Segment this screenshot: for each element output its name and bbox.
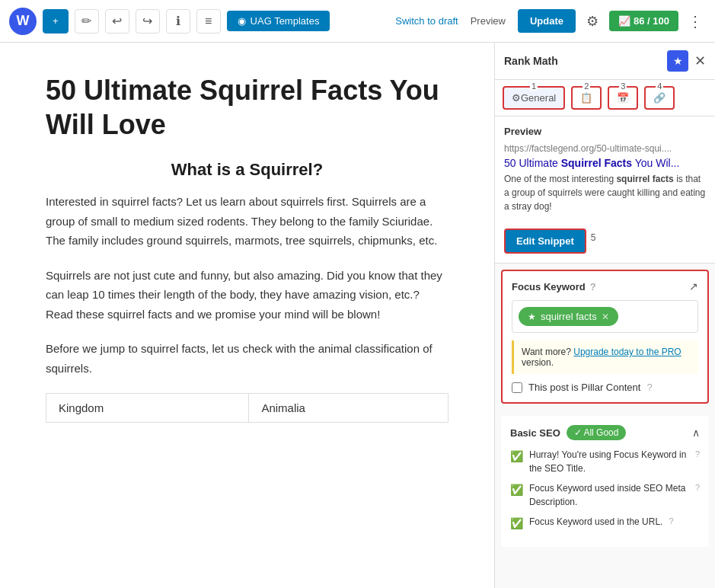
tab-num-2: 2	[583, 81, 590, 91]
basic-seo-label: Basic SEO	[510, 427, 560, 439]
preview-title-part1: 50 Ultimate	[504, 157, 561, 169]
sidebar-header-icons: ★ ✕	[667, 50, 706, 72]
tab-4[interactable]: 4 🔗	[644, 86, 675, 110]
seo-item-2: ✅ Focus Keyword used inside SEO Meta Des…	[510, 481, 700, 509]
editor-area[interactable]: 50 Ultimate Squirrel Facts You Will Love…	[0, 43, 494, 588]
add-button[interactable]: +	[43, 9, 69, 34]
general-icon: ⚙	[512, 92, 521, 104]
list-icon[interactable]: ≡	[196, 9, 221, 34]
wp-logo-icon[interactable]: W	[9, 8, 37, 35]
upgrade-text: Want more?	[522, 347, 571, 357]
seo-item-3-text: Focus Keyword used in the URL.	[529, 515, 662, 529]
table-row: Kingdom Animalia	[46, 394, 448, 423]
seo-item-1: ✅ Hurray! You're using Focus Keyword in …	[510, 448, 700, 475]
section-heading[interactable]: What is a Squirrel?	[46, 160, 448, 180]
keyword-text: squirrel facts	[541, 311, 597, 322]
info-icon[interactable]: ℹ	[166, 9, 190, 34]
paragraph-2[interactable]: Squirrels are not just cute and funny, b…	[46, 266, 448, 324]
paragraph-1[interactable]: Interested in squirrel facts? Let us lea…	[46, 192, 448, 251]
edit-snippet-button[interactable]: Edit Snippet	[504, 228, 586, 254]
check-icon-1: ✅	[510, 449, 523, 465]
focus-keyword-header: Focus Keyword ? ↗	[512, 280, 698, 292]
pillar-content-label: This post is Pillar Content	[528, 382, 640, 393]
undo-icon[interactable]: ↩	[105, 9, 129, 34]
score-button[interactable]: 📈 86 / 100	[609, 11, 678, 31]
pillar-content-row: This post is Pillar Content ?	[512, 382, 698, 393]
sidebar-header: Rank Math ★ ✕	[495, 43, 715, 80]
score-icon: 📈	[618, 15, 630, 27]
tab-num-4: 4	[656, 81, 663, 91]
preview-url: https://factslegend.org/50-ultimate-squi…	[504, 143, 706, 154]
focus-keyword-label: Focus Keyword ?	[512, 281, 596, 292]
check-icon-2: ✅	[510, 482, 523, 498]
seo-info-icon-1[interactable]: ?	[695, 448, 700, 461]
preview-description: One of the most interesting squirrel fac…	[504, 172, 706, 213]
collapse-icon[interactable]: ∧	[692, 427, 700, 439]
basic-seo-header: Basic SEO ✓ All Good ∧	[510, 425, 700, 440]
check-icon-3: ✅	[510, 516, 523, 532]
redo-icon[interactable]: ↪	[136, 9, 160, 34]
uag-templates-button[interactable]: ◉ UAG Templates	[227, 11, 330, 31]
seo-item-1-text: Hurray! You're using Focus Keyword in th…	[529, 448, 689, 475]
keyword-star-icon: ★	[528, 312, 536, 322]
pillar-info-icon[interactable]: ?	[646, 382, 652, 393]
keyword-input-box[interactable]: ★ squirrel facts ✕	[512, 300, 698, 333]
pillar-content-checkbox[interactable]	[512, 382, 522, 393]
briefcase-icon: 📋	[580, 92, 592, 104]
uag-icon: ◉	[238, 15, 246, 27]
preview-title-bold: Squirrel Facts	[561, 157, 632, 169]
tab-num-3: 3	[619, 81, 627, 91]
seo-info-icon-2[interactable]: ?	[695, 481, 700, 494]
settings-icon[interactable]: ⚙	[582, 10, 603, 33]
upgrade-suffix: version.	[522, 357, 554, 368]
seo-info-icon-3[interactable]: ?	[669, 515, 673, 528]
keyword-tag: ★ squirrel facts ✕	[519, 307, 618, 326]
preview-link[interactable]: Preview	[471, 15, 506, 27]
tab-general-label: General	[521, 92, 556, 104]
upgrade-link[interactable]: Upgrade today to the PRO	[573, 347, 681, 357]
tab-3[interactable]: 3 📅	[608, 86, 638, 110]
more-options-button[interactable]: ⋮	[685, 9, 706, 34]
update-button[interactable]: Update	[518, 9, 576, 33]
upgrade-notice: Want more? Upgrade today to the PRO vers…	[512, 340, 698, 374]
tab-2[interactable]: 2 📋	[571, 86, 602, 110]
rank-math-sidebar: Rank Math ★ ✕ 1 ⚙ General 2 📋 3 📅 4	[494, 43, 715, 588]
keyword-remove-icon[interactable]: ✕	[602, 312, 609, 322]
snippet-number: 5	[591, 232, 596, 243]
all-good-badge: ✓ All Good	[567, 425, 627, 440]
focus-keyword-section: Focus Keyword ? ↗ ★ squirrel facts ✕ Wan…	[501, 270, 709, 404]
basic-seo-section: Basic SEO ✓ All Good ∧ ✅ Hurray! You're …	[501, 416, 709, 547]
seo-item-3: ✅ Focus Keyword used in the URL. ?	[510, 515, 700, 532]
focus-keyword-info-icon[interactable]: ?	[590, 281, 596, 292]
switch-to-draft-link[interactable]: Switch to draft	[395, 15, 458, 27]
post-title[interactable]: 50 Ultimate Squirrel Facts You Will Love	[46, 73, 448, 142]
tab-num-1: 1	[530, 81, 538, 91]
preview-title-part2: You Wil...	[632, 157, 679, 169]
sidebar-star-button[interactable]: ★	[667, 50, 688, 72]
sidebar-close-button[interactable]: ✕	[694, 53, 706, 69]
preview-section: Preview https://factslegend.org/50-ultim…	[495, 117, 715, 264]
table-cell-kingdom: Kingdom	[46, 394, 249, 423]
preview-title: 50 Ultimate Squirrel Facts You Wil...	[504, 157, 706, 169]
preview-label: Preview	[504, 126, 706, 137]
preview-desc-bold: squirrel facts	[616, 174, 673, 184]
tab-general[interactable]: 1 ⚙ General	[503, 86, 565, 110]
main-area: 50 Ultimate Squirrel Facts You Will Love…	[0, 43, 715, 588]
calendar-icon: 📅	[617, 92, 629, 104]
sidebar-title: Rank Math	[504, 55, 558, 67]
share-icon: 🔗	[653, 92, 666, 104]
toolbar: W + ✏ ↩ ↪ ℹ ≡ ◉ UAG Templates Switch to …	[0, 0, 715, 43]
paragraph-3[interactable]: Before we jump to squirrel facts, let us…	[46, 339, 448, 378]
trend-icon[interactable]: ↗	[689, 280, 698, 292]
preview-desc-part1: One of the most interesting	[504, 174, 616, 184]
classification-table: Kingdom Animalia	[46, 393, 448, 423]
seo-item-2-text: Focus Keyword used inside SEO Meta Descr…	[529, 481, 689, 509]
sidebar-tabs: 1 ⚙ General 2 📋 3 📅 4 🔗	[495, 80, 715, 117]
edit-icon[interactable]: ✏	[75, 9, 99, 34]
table-cell-animalia: Animalia	[249, 394, 448, 423]
